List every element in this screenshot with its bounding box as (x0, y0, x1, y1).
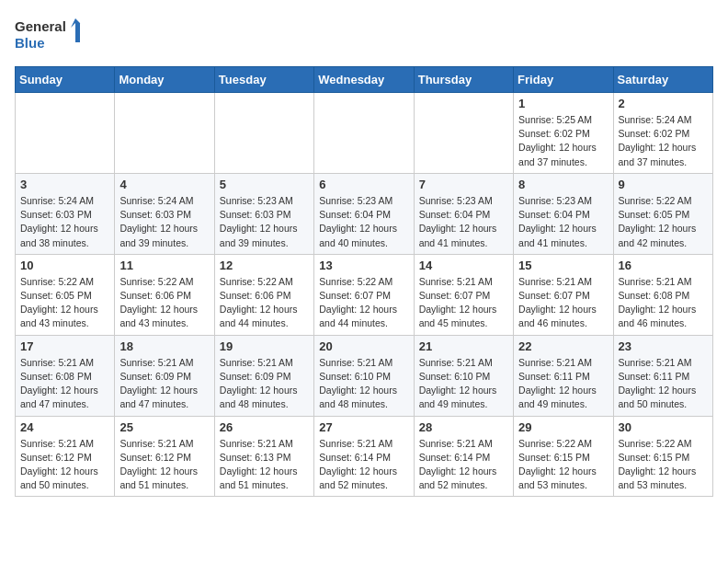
sunset-label: Sunset: 6:10 PM (319, 371, 391, 382)
sunrise-label: Sunrise: 5:22 AM (220, 276, 293, 287)
calendar-cell: 29 Sunrise: 5:22 AM Sunset: 6:15 PM Dayl… (514, 416, 613, 497)
sunset-label: Sunset: 6:06 PM (119, 290, 191, 301)
calendar-cell: 12 Sunrise: 5:22 AM Sunset: 6:06 PM Dayl… (214, 254, 313, 335)
calendar-cell: 27 Sunrise: 5:21 AM Sunset: 6:14 PM Dayl… (314, 416, 414, 497)
daylight-label: Daylight: 12 hours and 42 minutes. (619, 223, 697, 247)
sunset-label: Sunset: 6:14 PM (319, 452, 391, 463)
daylight-label: Daylight: 12 hours and 47 minutes. (20, 385, 98, 409)
sunrise-label: Sunrise: 5:25 AM (518, 114, 592, 125)
day-number: 1 (518, 97, 608, 110)
day-info: Sunrise: 5:21 AM Sunset: 6:12 PM Dayligh… (20, 437, 109, 493)
sunrise-label: Sunrise: 5:24 AM (619, 114, 692, 125)
daylight-label: Daylight: 12 hours and 43 minutes. (20, 304, 98, 328)
sunrise-label: Sunrise: 5:22 AM (619, 195, 692, 206)
page-header: General Blue (15, 15, 713, 55)
sunset-label: Sunset: 6:06 PM (220, 290, 291, 301)
sunset-label: Sunset: 6:15 PM (619, 452, 690, 463)
day-number: 8 (518, 178, 608, 191)
day-info: Sunrise: 5:25 AM Sunset: 6:02 PM Dayligh… (518, 113, 608, 169)
logo: General Blue (15, 15, 88, 55)
day-number: 29 (518, 420, 608, 434)
sunrise-label: Sunrise: 5:23 AM (220, 195, 293, 206)
day-info: Sunrise: 5:22 AM Sunset: 6:05 PM Dayligh… (20, 275, 109, 331)
day-number: 28 (419, 420, 508, 434)
day-number: 10 (20, 259, 109, 272)
sunrise-label: Sunrise: 5:21 AM (319, 357, 392, 368)
sunrise-label: Sunrise: 5:21 AM (419, 438, 493, 449)
calendar-cell: 15 Sunrise: 5:21 AM Sunset: 6:07 PM Dayl… (514, 254, 613, 335)
day-info: Sunrise: 5:22 AM Sunset: 6:15 PM Dayligh… (518, 437, 608, 493)
day-number: 6 (319, 178, 408, 191)
day-number: 17 (20, 339, 109, 353)
daylight-label: Daylight: 12 hours and 50 minutes. (619, 385, 697, 409)
sunset-label: Sunset: 6:02 PM (518, 128, 590, 139)
day-number: 23 (619, 339, 708, 353)
calendar-cell: 25 Sunrise: 5:21 AM Sunset: 6:12 PM Dayl… (115, 416, 214, 497)
sunrise-label: Sunrise: 5:22 AM (518, 438, 592, 449)
day-number: 26 (220, 420, 309, 434)
day-number: 22 (518, 339, 608, 353)
sunset-label: Sunset: 6:04 PM (319, 209, 391, 220)
day-info: Sunrise: 5:21 AM Sunset: 6:11 PM Dayligh… (619, 356, 708, 412)
day-number: 4 (119, 178, 209, 191)
sunset-label: Sunset: 6:03 PM (119, 209, 191, 220)
sunrise-label: Sunrise: 5:21 AM (518, 276, 592, 287)
day-number: 13 (319, 259, 408, 272)
calendar-cell: 13 Sunrise: 5:22 AM Sunset: 6:07 PM Dayl… (314, 254, 414, 335)
day-number: 7 (419, 178, 508, 191)
sunrise-label: Sunrise: 5:21 AM (119, 438, 193, 449)
day-info: Sunrise: 5:21 AM Sunset: 6:08 PM Dayligh… (619, 275, 708, 331)
sunset-label: Sunset: 6:07 PM (319, 290, 391, 301)
col-header-sunday: Sunday (16, 67, 115, 93)
calendar-week-3: 10 Sunrise: 5:22 AM Sunset: 6:05 PM Dayl… (16, 254, 713, 335)
day-info: Sunrise: 5:24 AM Sunset: 6:02 PM Dayligh… (619, 113, 708, 169)
sunset-label: Sunset: 6:07 PM (518, 290, 590, 301)
daylight-label: Daylight: 12 hours and 45 minutes. (419, 304, 497, 328)
day-info: Sunrise: 5:21 AM Sunset: 6:07 PM Dayligh… (419, 275, 508, 331)
calendar-cell: 5 Sunrise: 5:23 AM Sunset: 6:03 PM Dayli… (214, 173, 313, 254)
calendar-week-5: 24 Sunrise: 5:21 AM Sunset: 6:12 PM Dayl… (16, 416, 713, 497)
day-info: Sunrise: 5:23 AM Sunset: 6:04 PM Dayligh… (419, 194, 508, 250)
sunset-label: Sunset: 6:11 PM (619, 371, 690, 382)
calendar-cell: 8 Sunrise: 5:23 AM Sunset: 6:04 PM Dayli… (514, 173, 613, 254)
sunset-label: Sunset: 6:09 PM (220, 371, 291, 382)
day-info: Sunrise: 5:21 AM Sunset: 6:09 PM Dayligh… (220, 356, 309, 412)
day-info: Sunrise: 5:22 AM Sunset: 6:07 PM Dayligh… (319, 275, 408, 331)
sunset-label: Sunset: 6:03 PM (20, 209, 92, 220)
day-info: Sunrise: 5:21 AM Sunset: 6:10 PM Dayligh… (319, 356, 408, 412)
calendar-cell: 2 Sunrise: 5:24 AM Sunset: 6:02 PM Dayli… (613, 93, 712, 174)
calendar-cell: 19 Sunrise: 5:21 AM Sunset: 6:09 PM Dayl… (214, 335, 313, 416)
daylight-label: Daylight: 12 hours and 53 minutes. (518, 465, 597, 490)
sunrise-label: Sunrise: 5:21 AM (20, 357, 94, 368)
sunrise-label: Sunrise: 5:21 AM (419, 276, 493, 287)
sunrise-label: Sunrise: 5:21 AM (220, 438, 293, 449)
day-info: Sunrise: 5:21 AM Sunset: 6:14 PM Dayligh… (319, 437, 408, 493)
sunrise-label: Sunrise: 5:23 AM (518, 195, 592, 206)
daylight-label: Daylight: 12 hours and 48 minutes. (220, 385, 298, 409)
calendar-cell (214, 93, 313, 174)
day-info: Sunrise: 5:21 AM Sunset: 6:12 PM Dayligh… (119, 437, 209, 493)
sunrise-label: Sunrise: 5:22 AM (20, 276, 94, 287)
daylight-label: Daylight: 12 hours and 49 minutes. (518, 385, 597, 409)
day-number: 15 (518, 259, 608, 272)
sunrise-label: Sunrise: 5:21 AM (319, 438, 392, 449)
daylight-label: Daylight: 12 hours and 41 minutes. (419, 223, 497, 247)
day-number: 2 (619, 97, 708, 110)
day-number: 20 (319, 339, 408, 353)
daylight-label: Daylight: 12 hours and 39 minutes. (220, 223, 298, 247)
calendar-cell: 14 Sunrise: 5:21 AM Sunset: 6:07 PM Dayl… (414, 254, 513, 335)
calendar-week-1: 1 Sunrise: 5:25 AM Sunset: 6:02 PM Dayli… (16, 93, 713, 174)
day-number: 11 (119, 259, 209, 272)
calendar-week-4: 17 Sunrise: 5:21 AM Sunset: 6:08 PM Dayl… (16, 335, 713, 416)
calendar-cell (414, 93, 513, 174)
calendar-cell: 1 Sunrise: 5:25 AM Sunset: 6:02 PM Dayli… (514, 93, 613, 174)
calendar-cell: 4 Sunrise: 5:24 AM Sunset: 6:03 PM Dayli… (115, 173, 214, 254)
day-info: Sunrise: 5:22 AM Sunset: 6:15 PM Dayligh… (619, 437, 708, 493)
calendar-cell: 16 Sunrise: 5:21 AM Sunset: 6:08 PM Dayl… (613, 254, 712, 335)
sunrise-label: Sunrise: 5:23 AM (319, 195, 392, 206)
svg-marker-2 (71, 18, 85, 42)
sunset-label: Sunset: 6:12 PM (20, 452, 92, 463)
sunset-label: Sunset: 6:04 PM (518, 209, 590, 220)
sunrise-label: Sunrise: 5:21 AM (419, 357, 493, 368)
calendar-cell: 9 Sunrise: 5:22 AM Sunset: 6:05 PM Dayli… (613, 173, 712, 254)
